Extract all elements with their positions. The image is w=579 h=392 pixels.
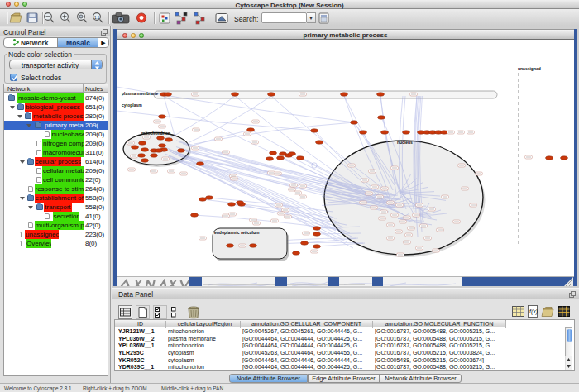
svg-text:f(x): f(x) <box>529 308 538 315</box>
svg-text:unassigned: unassigned <box>518 66 541 71</box>
svg-text:nucleus: nucleus <box>397 140 413 145</box>
svg-text:endoplasmic reticulum: endoplasmic reticulum <box>214 230 260 235</box>
svg-text:1:1: 1:1 <box>94 16 100 20</box>
svg-text:mitochondrion: mitochondrion <box>141 131 170 136</box>
svg-text:cytoplasm: cytoplasm <box>122 103 142 108</box>
svg-text:plasma membrane: plasma membrane <box>122 91 158 96</box>
